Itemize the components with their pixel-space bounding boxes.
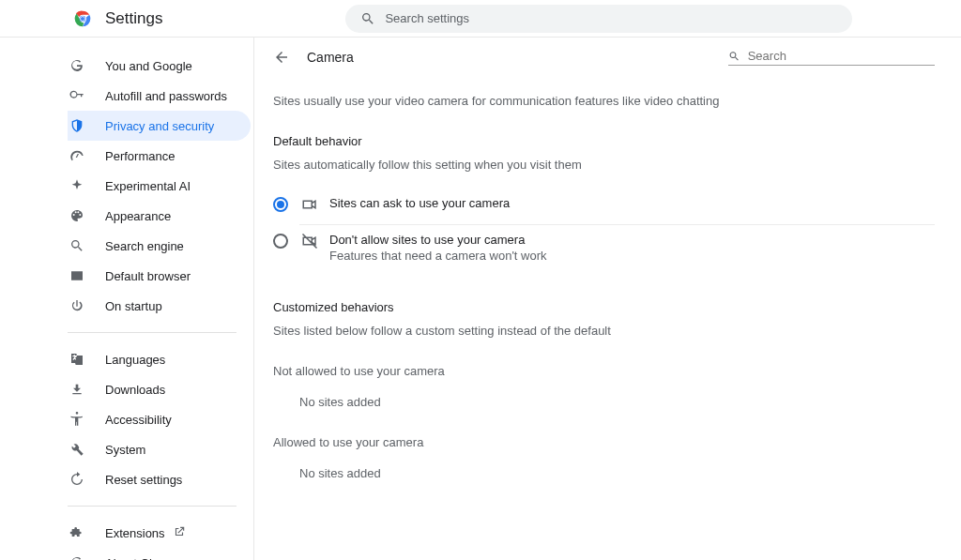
- sidebar-item-default-browser[interactable]: Default browser: [68, 261, 251, 291]
- accessibility-icon: [68, 412, 86, 427]
- page-title: Settings: [105, 9, 162, 28]
- sidebar-item-label: Downloads: [105, 383, 165, 397]
- sidebar-item-label: Privacy and security: [105, 119, 214, 133]
- sidebar-item-privacy[interactable]: Privacy and security: [68, 111, 251, 141]
- sidebar-item-label: Extensions: [105, 526, 165, 540]
- sidebar-item-autofill[interactable]: Autofill and passwords: [68, 81, 251, 111]
- not-allowed-empty: No sites added: [299, 395, 935, 409]
- sidebar-item-label: Autofill and passwords: [105, 89, 227, 103]
- sidebar-item-label: You and Google: [105, 59, 192, 73]
- global-search[interactable]: [345, 5, 852, 33]
- default-behavior-sub: Sites automatically follow this setting …: [273, 158, 935, 172]
- sidebar-item-performance[interactable]: Performance: [68, 141, 251, 171]
- option-label: Sites can ask to use your camera: [329, 196, 510, 210]
- content-search[interactable]: [728, 49, 935, 66]
- sidebar-item-label: System: [105, 443, 145, 457]
- global-search-input[interactable]: [385, 11, 837, 25]
- allowed-title: Allowed to use your camera: [273, 435, 935, 449]
- open-external-icon: [173, 525, 186, 541]
- not-allowed-title: Not allowed to use your camera: [273, 364, 935, 378]
- arrow-back-icon: [273, 49, 290, 66]
- sidebar-item-languages[interactable]: Languages: [68, 344, 251, 374]
- sidebar-item-label: Search engine: [105, 239, 184, 253]
- chrome-icon: [68, 555, 86, 560]
- option-label: Don't allow sites to use your camera: [329, 233, 547, 247]
- sidebar-item-label: Languages: [105, 353, 165, 367]
- sidebar-item-accessibility[interactable]: Accessibility: [68, 404, 251, 434]
- option-sites-can-ask[interactable]: Sites can ask to use your camera: [273, 189, 935, 224]
- content-search-input[interactable]: [748, 49, 935, 63]
- extension-icon: [68, 525, 86, 540]
- sidebar-item-downloads[interactable]: Downloads: [68, 374, 251, 404]
- sidebar-divider: [68, 332, 236, 333]
- sidebar-item-on-startup[interactable]: On startup: [68, 291, 251, 321]
- sidebar-item-about[interactable]: About Chrome: [68, 548, 251, 560]
- search-icon: [68, 238, 86, 253]
- radio-dont-allow[interactable]: [273, 234, 288, 249]
- sidebar-divider: [68, 506, 236, 507]
- sidebar-item-search-engine[interactable]: Search engine: [68, 231, 251, 261]
- sidebar-item-reset[interactable]: Reset settings: [68, 464, 251, 494]
- sidebar-item-experimental[interactable]: Experimental AI: [68, 171, 251, 201]
- search-icon: [728, 50, 740, 63]
- allowed-empty: No sites added: [299, 466, 935, 480]
- google-icon: [68, 58, 86, 73]
- power-icon: [68, 298, 86, 313]
- sidebar-item-extensions[interactable]: Extensions: [68, 518, 251, 548]
- camera-icon: [301, 196, 318, 213]
- sidebar-item-you-google[interactable]: You and Google: [68, 51, 251, 81]
- back-button[interactable]: [273, 49, 290, 66]
- radio-sites-can-ask[interactable]: [273, 197, 288, 212]
- customized-behaviors-title: Customized behaviors: [273, 300, 935, 314]
- sidebar-item-label: Performance: [105, 149, 175, 163]
- sidebar-item-appearance[interactable]: Appearance: [68, 201, 251, 231]
- sidebar: You and GoogleAutofill and passwordsPriv…: [0, 38, 253, 560]
- browser-icon: [68, 268, 86, 283]
- download-icon: [68, 382, 86, 397]
- search-icon: [360, 11, 375, 26]
- option-note: Features that need a camera won't work: [329, 249, 547, 263]
- svg-point-3: [81, 16, 84, 20]
- wrench-icon: [68, 442, 86, 457]
- restore-icon: [68, 472, 86, 487]
- default-behavior-title: Default behavior: [273, 134, 935, 148]
- sidebar-item-label: Reset settings: [105, 473, 182, 487]
- sidebar-item-label: Experimental AI: [105, 179, 191, 193]
- key-icon: [68, 88, 86, 103]
- intro-text: Sites usually use your video camera for …: [273, 94, 935, 108]
- customized-behaviors-sub: Sites listed below follow a custom setti…: [273, 324, 935, 338]
- chrome-logo-icon: [73, 9, 92, 28]
- sidebar-item-system[interactable]: System: [68, 434, 251, 464]
- shield-icon: [68, 118, 86, 133]
- sidebar-item-label: On startup: [105, 299, 162, 313]
- sidebar-item-label: Accessibility: [105, 413, 172, 427]
- sidebar-item-label: Appearance: [105, 209, 171, 223]
- palette-icon: [68, 208, 86, 223]
- option-dont-allow[interactable]: Don't allow sites to use your camera Fea…: [273, 225, 935, 274]
- content-page-title: Camera: [307, 50, 354, 65]
- translate-icon: [68, 352, 86, 367]
- speed-icon: [68, 148, 86, 163]
- sparkle-icon: [68, 178, 86, 193]
- sidebar-item-label: Default browser: [105, 269, 191, 283]
- sidebar-item-label: About Chrome: [105, 556, 184, 561]
- camera-off-icon: [301, 233, 318, 250]
- content-area: Camera Sites usually use your video came…: [253, 38, 961, 560]
